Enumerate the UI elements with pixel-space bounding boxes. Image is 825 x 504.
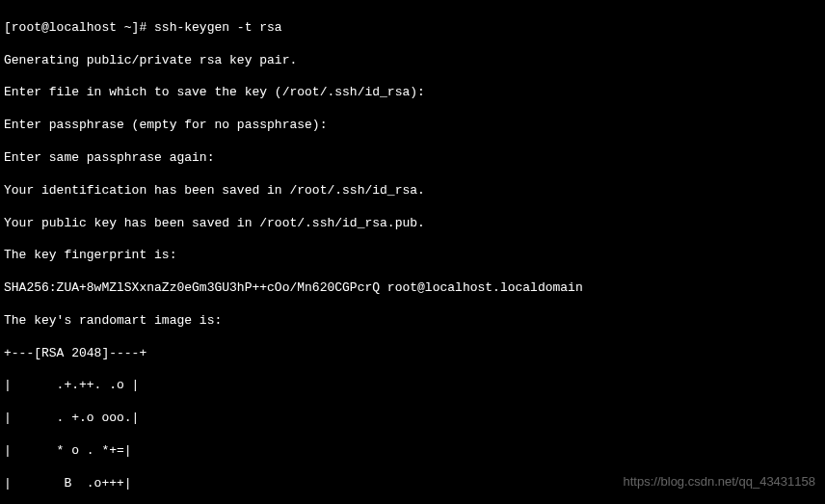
randomart-line: | .+.++. .o | [4,378,821,394]
output-line: The key fingerprint is: [4,248,821,264]
output-line: Enter file in which to save the key (/ro… [4,85,821,101]
randomart-line: +---[RSA 2048]----+ [4,346,821,362]
output-line: Your public key has been saved in /root/… [4,216,821,232]
output-line: SHA256:ZUA+8wMZlSXxnaZz0eGm3GU3hP++cOo/M… [4,280,821,297]
output-line: Generating public/private rsa key pair. [4,53,821,69]
randomart-line: | . +.o ooo.| [4,411,821,427]
output-line: The key's randomart image is: [4,313,821,330]
randomart-line: | * o . *+=| [4,443,821,460]
prompt-line: [root@localhost ~]# ssh-keygen -t rsa [4,20,821,37]
output-line: Your identification has been saved in /r… [4,183,821,199]
watermark-text: https://blog.csdn.net/qq_43431158 [624,474,816,491]
terminal-output: [root@localhost ~]# ssh-keygen -t rsa Ge… [4,4,821,504]
output-line: Enter same passphrase again: [4,150,821,167]
output-line: Enter passphrase (empty for no passphras… [4,118,821,134]
